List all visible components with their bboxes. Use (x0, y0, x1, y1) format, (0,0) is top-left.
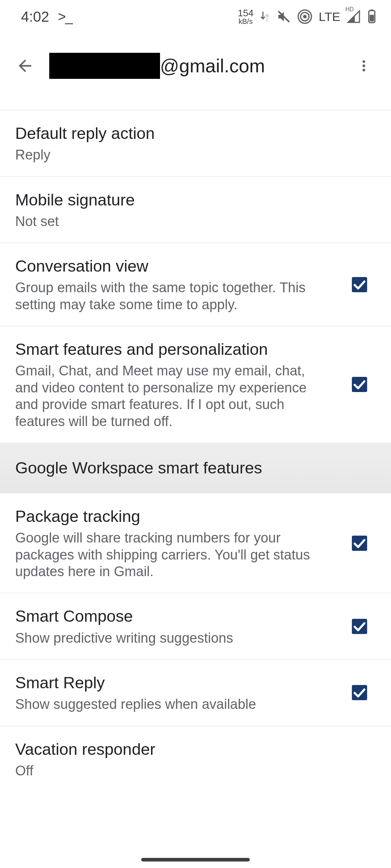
section-header-google-workspace: Google Workspace smart features (0, 443, 391, 493)
status-bar: 4:02 >_ 154 kB/s LTE HD (0, 0, 391, 33)
setting-vacation-responder[interactable]: Vacation responder Off (0, 726, 391, 792)
setting-title: Conversation view (15, 256, 338, 276)
setting-title: Package tracking (15, 506, 338, 527)
volume-muted-icon (277, 9, 291, 24)
setting-title: Vacation responder (15, 739, 376, 760)
settings-list: Default reply action Reply Mobile signat… (0, 110, 391, 792)
setting-default-reply-action[interactable]: Default reply action Reply (0, 110, 391, 176)
back-button[interactable] (12, 53, 38, 78)
data-arrows-icon (260, 10, 270, 23)
smart-features-checkbox[interactable] (351, 376, 368, 393)
network-speed-indicator: 154 kB/s (238, 8, 253, 25)
smart-compose-checkbox[interactable] (351, 618, 368, 635)
svg-point-9 (362, 69, 365, 71)
redacted-username (49, 53, 160, 79)
network-speed-unit: kB/s (239, 18, 253, 25)
setting-subtitle: Gmail, Chat, and Meet may use my email, … (15, 362, 327, 429)
shell-prompt-icon: >_ (58, 9, 72, 25)
setting-subtitle: Google will share tracking numbers for y… (15, 529, 327, 580)
status-clock: 4:02 (21, 9, 49, 25)
svg-rect-5 (371, 9, 373, 11)
network-speed-value: 154 (238, 8, 253, 18)
setting-mobile-signature[interactable]: Mobile signature Not set (0, 177, 391, 243)
network-type-label: LTE (319, 10, 340, 24)
smart-reply-checkbox[interactable] (351, 684, 368, 701)
svg-rect-6 (370, 15, 374, 21)
svg-point-7 (362, 60, 365, 63)
setting-title: Smart Compose (15, 606, 338, 626)
setting-title: Default reply action (15, 123, 376, 144)
hd-badge: HD (345, 6, 354, 13)
setting-title: Smart Reply (15, 673, 338, 693)
setting-subtitle: Off (15, 762, 327, 779)
setting-subtitle: Group emails with the same topic togethe… (15, 279, 327, 313)
hotspot-icon (298, 9, 312, 24)
svg-point-8 (362, 64, 365, 67)
header-title: @gmail.com (49, 53, 340, 79)
more-options-button[interactable] (351, 53, 377, 78)
setting-subtitle: Show suggested replies when available (15, 696, 327, 712)
package-tracking-checkbox[interactable] (351, 535, 368, 552)
setting-subtitle: Show predictive writing suggestions (15, 630, 327, 646)
setting-smart-reply[interactable]: Smart Reply Show suggested replies when … (0, 660, 391, 726)
signal-icon: HD (347, 10, 361, 24)
app-header: @gmail.com (0, 33, 391, 98)
setting-subtitle: Not set (15, 213, 327, 230)
setting-smart-features-personalization[interactable]: Smart features and personalization Gmail… (0, 326, 391, 443)
setting-conversation-view[interactable]: Conversation view Group emails with the … (0, 243, 391, 326)
conversation-view-checkbox[interactable] (351, 276, 368, 293)
setting-title: Mobile signature (15, 190, 376, 210)
setting-smart-compose[interactable]: Smart Compose Show predictive writing su… (0, 593, 391, 659)
svg-point-1 (303, 15, 307, 18)
navigation-handle[interactable] (141, 858, 250, 861)
battery-icon (367, 9, 377, 24)
setting-subtitle: Reply (15, 146, 327, 163)
email-domain-suffix: @gmail.com (160, 55, 265, 77)
setting-title: Smart features and personalization (15, 339, 338, 359)
setting-package-tracking[interactable]: Package tracking Google will share track… (0, 493, 391, 593)
section-title: Google Workspace smart features (15, 458, 376, 478)
